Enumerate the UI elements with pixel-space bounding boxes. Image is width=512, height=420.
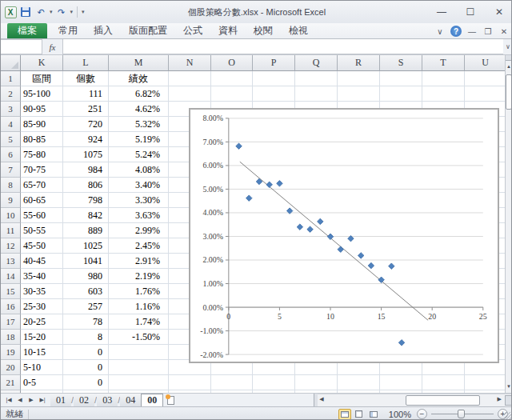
data-point[interactable]	[318, 218, 324, 225]
column-header-u[interactable]: U	[465, 55, 506, 71]
vertical-scrollbar[interactable]: ▲ ▼	[505, 55, 511, 393]
cell[interactable]	[380, 86, 422, 102]
cell[interactable]: 績效	[109, 71, 169, 86]
cell[interactable]: 45-50	[21, 238, 63, 254]
cell[interactable]	[169, 375, 211, 390]
row-number[interactable]: 11	[1, 223, 21, 238]
ribbon-tab-page-layout[interactable]: 版面配置	[121, 23, 175, 38]
cell[interactable]	[380, 375, 422, 390]
cell[interactable]: 6.82%	[109, 86, 169, 102]
normal-view-icon[interactable]	[338, 409, 351, 420]
previous-sheet-icon[interactable]: ◀	[15, 397, 25, 403]
cell[interactable]: 842	[63, 208, 109, 223]
row-number[interactable]: 16	[1, 299, 21, 314]
redo-icon[interactable]: ↷	[55, 6, 68, 18]
maximize-icon[interactable]: ☐	[460, 4, 481, 20]
row-number[interactable]: 6	[1, 147, 21, 162]
data-point[interactable]	[236, 143, 242, 150]
data-point[interactable]	[246, 195, 253, 202]
data-point[interactable]	[277, 181, 283, 187]
close-icon[interactable]: ✕	[489, 4, 510, 20]
horizontal-split-handle[interactable]	[505, 395, 512, 406]
cell[interactable]: 2.45%	[109, 238, 169, 254]
workbook-minimize-icon[interactable]: —	[466, 27, 478, 36]
cell[interactable]: 0-5	[21, 375, 63, 390]
cell[interactable]	[465, 86, 506, 102]
cell[interactable]: 80-85	[21, 132, 63, 147]
cell[interactable]: 5.32%	[109, 117, 169, 132]
column-header-s[interactable]: S	[380, 55, 422, 71]
cell[interactable]: 30-35	[21, 284, 63, 299]
ribbon-tab-file[interactable]: 檔案	[7, 23, 47, 38]
formula-bar-expand-icon[interactable]: ∨	[503, 39, 512, 54]
row-number[interactable]: 12	[1, 238, 21, 254]
row-number[interactable]: 21	[1, 375, 21, 390]
cell[interactable]: 0	[63, 345, 109, 360]
cell[interactable]: -1.50%	[109, 330, 169, 345]
scroll-left-icon[interactable]: ◀	[319, 396, 323, 402]
cell[interactable]: 0	[63, 360, 109, 375]
minimize-icon[interactable]: —	[431, 4, 452, 20]
row-number[interactable]: 17	[1, 314, 21, 330]
ribbon-tab-data[interactable]: 資料	[210, 23, 246, 38]
cell[interactable]: 5-10	[21, 360, 63, 375]
cell[interactable]	[465, 71, 506, 86]
row-number[interactable]: 10	[1, 208, 21, 223]
column-header-m[interactable]: M	[109, 55, 169, 71]
next-sheet-icon[interactable]: ▶	[26, 397, 36, 403]
cell[interactable]: 2.91%	[109, 254, 169, 269]
select-all-corner[interactable]	[1, 55, 21, 71]
scroll-right-icon[interactable]: ▶	[498, 396, 502, 402]
cell[interactable]	[338, 86, 380, 102]
data-point[interactable]	[389, 263, 395, 270]
cell[interactable]	[169, 71, 211, 86]
row-number[interactable]: 18	[1, 330, 21, 345]
zoom-slider-thumb[interactable]	[458, 410, 465, 418]
column-header-t[interactable]: T	[422, 55, 465, 71]
cell[interactable]	[211, 71, 253, 86]
sheet-tab-00[interactable]: 00	[141, 394, 163, 406]
row-number[interactable]: 5	[1, 132, 21, 147]
resize-grip[interactable]	[504, 412, 512, 420]
row-number[interactable]: 14	[1, 269, 21, 284]
cell[interactable]	[253, 71, 295, 86]
fx-icon[interactable]: fx	[42, 39, 63, 54]
cell[interactable]: 980	[63, 269, 109, 284]
page-break-view-icon[interactable]	[367, 409, 380, 420]
cell[interactable]	[295, 375, 338, 390]
horizontal-scrollbar[interactable]: ◀ ▶	[318, 394, 512, 406]
column-header-l[interactable]: L	[63, 55, 109, 71]
row-number[interactable]: 13	[1, 254, 21, 269]
cell[interactable]	[422, 86, 465, 102]
ribbon-tab-review[interactable]: 校閱	[246, 23, 281, 38]
cell[interactable]: 5.24%	[109, 147, 169, 162]
column-header-r[interactable]: R	[338, 55, 380, 71]
workbook-close-icon[interactable]: ✕	[498, 27, 510, 36]
cell[interactable]: 85-90	[21, 117, 63, 132]
cell[interactable]: 1.76%	[109, 284, 169, 299]
customize-qat-icon[interactable]: ▾	[82, 9, 85, 15]
cell[interactable]: 1.74%	[109, 314, 169, 330]
cell[interactable]: 806	[63, 178, 109, 193]
ribbon-tab-home[interactable]: 常用	[50, 23, 86, 38]
row-number[interactable]: 19	[1, 345, 21, 360]
cell[interactable]: 2.19%	[109, 269, 169, 284]
undo-icon[interactable]: ↶	[34, 6, 47, 18]
save-icon[interactable]	[19, 6, 32, 18]
cell[interactable]: 50-55	[21, 223, 63, 238]
sheet-tab-01[interactable]: 01	[50, 394, 71, 406]
row-number[interactable]: 8	[1, 178, 21, 193]
cell[interactable]: 90-95	[21, 102, 63, 117]
cell[interactable]	[422, 71, 465, 86]
cell[interactable]	[465, 375, 506, 390]
cell[interactable]: 603	[63, 284, 109, 299]
cell[interactable]: 15-20	[21, 330, 63, 345]
cell[interactable]: 78	[63, 314, 109, 330]
data-point[interactable]	[338, 246, 344, 253]
column-header-n[interactable]: N	[169, 55, 211, 71]
cell[interactable]	[109, 375, 169, 390]
cell[interactable]	[422, 375, 465, 390]
column-header-p[interactable]: P	[253, 55, 295, 71]
row-number[interactable]: 7	[1, 162, 21, 178]
scroll-down-icon[interactable]: ▼	[506, 382, 512, 392]
